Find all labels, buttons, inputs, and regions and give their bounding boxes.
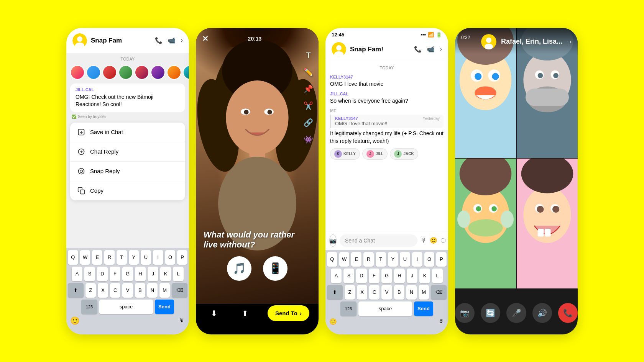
key-b[interactable]: B [135,283,145,298]
copy-option[interactable]: Copy [70,181,185,200]
flip-camera-button[interactable]: 🔄 [481,303,500,323]
bitmoji-input-icon[interactable]: ⬡ [440,237,446,244]
key-r[interactable]: R [104,250,115,265]
p3-emoji-button[interactable]: 🙂 [329,318,337,325]
snap-option-phone[interactable]: 📱 [263,256,288,281]
key-shift[interactable]: ⬆ [68,283,84,298]
p3-key-c[interactable]: C [369,285,380,300]
chat-reply-option[interactable]: Chat Reply [70,142,185,162]
sticker-tool[interactable]: 📌 [304,84,313,93]
p3-key-z[interactable]: Z [345,285,355,300]
p3-key-u[interactable]: U [400,252,410,267]
key-k[interactable]: K [160,267,171,281]
key-g[interactable]: G [122,267,133,281]
snap-share-button[interactable]: ⬆ [236,305,254,322]
video-icon[interactable]: 📹 [168,37,176,44]
p3-key-i[interactable]: I [412,252,422,267]
p3-key-o[interactable]: O [424,252,435,267]
key-x[interactable]: X [98,283,108,298]
emoji-input-icon[interactable]: 🙂 [430,237,437,244]
emoji-button[interactable]: 🙂 [70,316,80,325]
snap-download-button[interactable]: ⬇ [205,305,223,322]
p3-key-m[interactable]: M [419,285,429,300]
key-i[interactable]: I [153,250,163,265]
scissors-tool[interactable]: ✂️ [304,101,313,110]
text-tool[interactable]: T [304,51,313,60]
p3-key-send[interactable]: Send [414,301,433,316]
p3-key-j[interactable]: J [407,269,417,283]
camera-toggle-button[interactable]: 📷 [455,303,475,323]
pencil-tool[interactable]: ✏️ [304,67,313,77]
p3-key-t[interactable]: T [376,252,386,267]
key-t[interactable]: T [117,250,127,265]
call-chevron-icon[interactable]: › [570,38,572,45]
p3-key-p[interactable]: P [436,252,447,267]
key-e[interactable]: E [92,250,102,265]
p3-key-e[interactable]: E [351,252,361,267]
p3-key-q[interactable]: Q [327,252,337,267]
p3-key-k[interactable]: K [419,269,430,283]
p3-key-y[interactable]: Y [388,252,398,267]
p3-key-l[interactable]: L [432,269,443,283]
camera-button[interactable]: 📷 [329,234,337,247]
p3-key-w[interactable]: W [339,252,350,267]
key-m[interactable]: M [159,283,170,298]
call-icon[interactable]: 📞 [414,46,422,53]
face-tool[interactable]: 👾 [304,135,313,144]
key-p[interactable]: P [177,250,187,265]
key-j[interactable]: J [148,267,158,281]
snap-option-music[interactable]: 🎵 [227,256,251,281]
reaction-jack[interactable]: J JACK [390,148,418,160]
key-v[interactable]: V [122,283,133,298]
p3-key-delete[interactable]: ⌫ [431,285,447,300]
p3-key-space[interactable]: space [358,301,412,316]
key-123[interactable]: 123 [81,300,97,314]
p3-key-b[interactable]: B [394,285,404,300]
snap-reply-option[interactable]: Snap Reply [70,162,185,181]
more-icon[interactable]: › [440,46,442,53]
p3-key-x[interactable]: X [357,285,367,300]
p3-key-r[interactable]: R [363,252,374,267]
video-call-icon[interactable]: 📹 [427,46,435,53]
snap-send-to-button[interactable]: Send To › [268,305,309,321]
key-s[interactable]: S [84,267,95,281]
end-call-button[interactable]: 📞 [558,303,578,323]
save-in-chat-option[interactable]: Save in Chat [70,123,185,142]
mic-button[interactable]: 🎙 [179,317,185,324]
p3-key-v[interactable]: V [381,285,392,300]
p3-mic-button[interactable]: 🎙 [438,318,444,325]
chat-input[interactable] [340,234,417,247]
p3-key-d[interactable]: D [356,269,367,283]
key-send[interactable]: Send [155,300,174,314]
key-y[interactable]: Y [129,250,139,265]
key-f[interactable]: F [110,267,120,281]
p3-key-g[interactable]: G [381,269,392,283]
p3-key-123[interactable]: 123 [340,301,356,316]
p3-key-n[interactable]: N [406,285,417,300]
key-z[interactable]: Z [85,283,96,298]
link-tool[interactable]: 🔗 [304,118,313,127]
p3-key-s[interactable]: S [343,269,354,283]
reaction-kelly[interactable]: K KELLY [330,148,360,160]
snap-close-button[interactable]: ✕ [202,34,209,43]
p3-key-a[interactable]: A [331,269,342,283]
p3-key-shift[interactable]: ⬆ [327,285,343,300]
key-u[interactable]: U [141,250,151,265]
key-d[interactable]: D [97,267,108,281]
key-o[interactable]: O [165,250,176,265]
p3-key-h[interactable]: H [394,269,405,283]
chevron-right-icon[interactable]: › [181,37,183,44]
speaker-button[interactable]: 🔊 [532,303,552,323]
p3-key-f[interactable]: F [369,269,380,283]
key-h[interactable]: H [135,267,146,281]
key-c[interactable]: C [110,283,120,298]
mic-input-icon[interactable]: 🎙 [421,237,427,244]
key-w[interactable]: W [80,250,90,265]
key-delete[interactable]: ⌫ [172,283,187,298]
key-n[interactable]: N [147,283,158,298]
key-a[interactable]: A [72,267,82,281]
reaction-jill[interactable]: J JILL [362,148,388,160]
mute-button[interactable]: 🎤 [506,303,526,323]
key-q[interactable]: Q [68,250,78,265]
key-l[interactable]: L [173,267,184,281]
